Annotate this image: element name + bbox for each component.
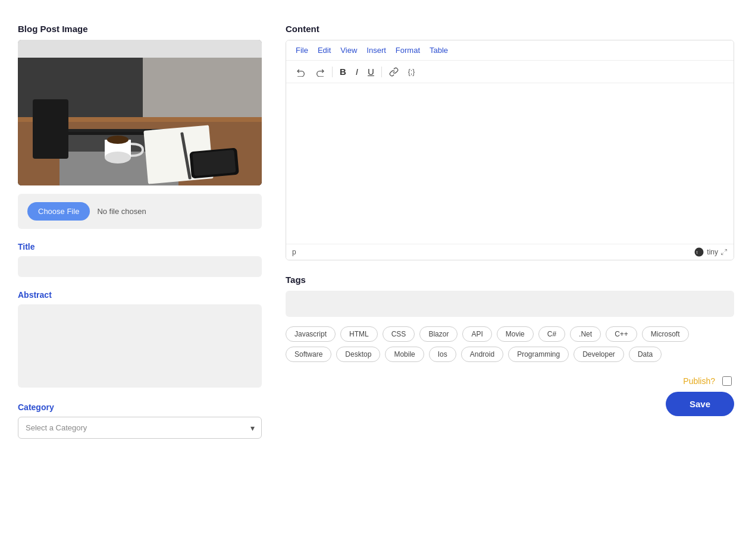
title-section: Title [18, 242, 262, 277]
tag-chip[interactable]: C# [538, 326, 565, 342]
svg-rect-18 [33, 99, 68, 159]
tinymce-text: tiny [707, 248, 718, 256]
tag-chip[interactable]: Microsoft [642, 326, 689, 342]
category-label: Category [18, 402, 262, 412]
resize-icon [720, 248, 728, 256]
editor-wrapper: File Edit View Insert Format Table B I U [286, 40, 734, 260]
link-button[interactable] [385, 65, 403, 79]
tag-chip[interactable]: Movie [497, 326, 534, 342]
undo-button[interactable] [292, 65, 310, 79]
toolbar-separator-1 [332, 67, 333, 77]
content-label: Content [286, 24, 734, 34]
tag-chip[interactable]: Programming [508, 347, 569, 362]
category-select[interactable]: Select a Category TechnologyScienceBusin… [18, 417, 262, 439]
tag-chip[interactable]: Ios [429, 347, 456, 362]
tags-label: Tags [286, 275, 734, 285]
tags-chips-container: JavascriptHTMLCSSBlazorAPIMovieC#.NetC++… [286, 326, 734, 362]
svg-rect-17 [192, 150, 236, 176]
bold-button[interactable]: B [336, 64, 350, 79]
svg-point-19 [695, 248, 704, 257]
tags-input-area[interactable] [286, 291, 734, 317]
category-select-wrapper: Select a Category TechnologyScienceBusin… [18, 417, 262, 439]
underline-button[interactable]: U [364, 64, 378, 79]
svg-text:t: t [697, 250, 698, 254]
svg-rect-3 [143, 58, 262, 117]
toolbar-separator-2 [381, 67, 382, 77]
bottom-actions: Publish? [286, 367, 734, 386]
file-input-area: Choose File No file chosen [18, 194, 262, 229]
tag-chip[interactable]: CSS [383, 326, 415, 342]
tag-chip[interactable]: Javascript [286, 326, 336, 342]
tag-chip[interactable]: Desktop [336, 347, 380, 362]
redo-button[interactable] [311, 65, 329, 79]
tag-chip[interactable]: API [462, 326, 491, 342]
tag-chip[interactable]: Developer [574, 347, 624, 362]
editor-tag-indicator: p [292, 248, 296, 256]
left-panel: Blog Post Image [18, 24, 262, 452]
editor-toolbar: B I U {;} [286, 61, 734, 83]
editor-menubar: File Edit View Insert Format Table [286, 40, 734, 61]
svg-point-13 [107, 136, 129, 144]
editor-footer: p t tiny [286, 244, 734, 260]
tag-chip[interactable]: Mobile [385, 347, 424, 362]
menu-view[interactable]: View [337, 44, 361, 56]
tag-chip[interactable]: C++ [606, 326, 637, 342]
abstract-label: Abstract [18, 290, 262, 300]
abstract-section: Abstract [18, 290, 262, 389]
svg-point-12 [105, 152, 131, 163]
italic-button[interactable]: I [352, 64, 362, 79]
tinymce-logo: t tiny [694, 247, 728, 257]
tag-chip[interactable]: Android [461, 347, 503, 362]
menu-table[interactable]: Table [426, 44, 452, 56]
publish-label: Publish? [683, 376, 715, 386]
title-input[interactable] [18, 256, 262, 277]
abstract-input[interactable] [18, 304, 262, 388]
tag-chip[interactable]: Data [629, 347, 662, 362]
menu-insert[interactable]: Insert [363, 44, 390, 56]
menu-edit[interactable]: Edit [314, 44, 334, 56]
tag-chip[interactable]: .Net [570, 326, 601, 342]
tag-chip[interactable]: HTML [340, 326, 378, 342]
blog-image [18, 40, 262, 185]
publish-row: Publish? [683, 376, 734, 386]
category-section: Category Select a Category TechnologySci… [18, 402, 262, 439]
menu-file[interactable]: File [292, 44, 312, 56]
tag-chip[interactable]: Blazor [419, 326, 458, 342]
svg-rect-1 [18, 40, 262, 58]
code-button[interactable]: {;} [404, 65, 419, 78]
editor-body[interactable] [286, 83, 734, 244]
menu-format[interactable]: Format [392, 44, 424, 56]
image-label: Blog Post Image [18, 24, 262, 34]
title-label: Title [18, 242, 262, 251]
right-panel: Content File Edit View Insert Format Tab… [286, 24, 734, 452]
save-button[interactable]: Save [666, 392, 734, 416]
tag-chip[interactable]: Software [286, 347, 331, 362]
choose-file-button[interactable]: Choose File [27, 202, 90, 221]
no-file-text: No file chosen [97, 207, 146, 216]
publish-checkbox[interactable] [722, 376, 732, 386]
